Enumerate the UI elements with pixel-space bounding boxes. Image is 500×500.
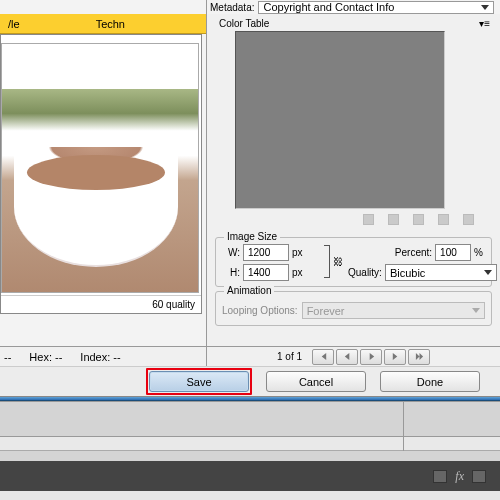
ct-icon-2[interactable] — [388, 214, 399, 225]
save-button[interactable]: Save — [149, 371, 249, 392]
horizontal-scrollbar[interactable] — [0, 437, 500, 450]
lock-icon[interactable] — [413, 214, 424, 225]
looping-label: Looping Options: — [222, 305, 298, 316]
looping-value: Forever — [307, 305, 345, 317]
tab-techn-text: Techn — [96, 18, 125, 30]
last-frame-button[interactable] — [384, 349, 406, 365]
looping-select: Forever — [302, 302, 485, 319]
ct-icon-4[interactable] — [438, 214, 449, 225]
status-dash: -- — [4, 351, 11, 363]
prev-frame-button[interactable] — [336, 349, 358, 365]
width-label: W: — [222, 247, 240, 258]
chevron-down-icon — [484, 270, 492, 275]
status-index: Index: -- — [80, 351, 120, 363]
done-button[interactable]: Done — [380, 371, 480, 392]
fx-icon[interactable]: fx — [455, 469, 464, 484]
height-input[interactable] — [243, 264, 289, 281]
percent-sign: % — [474, 247, 483, 258]
preview-frame: 60 quality — [0, 34, 202, 314]
quality-value: Bicubic — [390, 267, 425, 279]
metadata-select[interactable]: Copyright and Contact Info — [258, 1, 494, 14]
metadata-value: Copyright and Contact Info — [263, 1, 394, 13]
link-icon[interactable]: ⛓ — [333, 256, 343, 267]
animation-title: Animation — [224, 285, 274, 296]
percent-input[interactable] — [435, 244, 471, 261]
panel-area — [0, 401, 500, 461]
tab-style-text: /le — [8, 18, 20, 30]
strip-icon-2[interactable] — [472, 470, 486, 483]
preview-tab[interactable]: /le Techn — [0, 14, 206, 34]
color-table-label: Color Table — [213, 18, 269, 29]
chevron-down-icon — [472, 308, 480, 313]
ct-icon-1[interactable] — [363, 214, 374, 225]
image-size-title: Image Size — [224, 231, 280, 242]
frame-count: 1 of 1 — [277, 351, 302, 362]
panel-menu-icon[interactable]: ▾≡ — [479, 18, 490, 29]
color-table-box[interactable] — [235, 31, 445, 209]
height-unit: px — [292, 267, 303, 278]
width-unit: px — [292, 247, 303, 258]
height-label: H: — [222, 267, 240, 278]
trash-icon[interactable] — [463, 214, 474, 225]
next-frame-button[interactable] — [360, 349, 382, 365]
status-hex: Hex: -- — [29, 351, 62, 363]
quality-label: Quality: — [348, 267, 382, 278]
skip-frame-button[interactable] — [408, 349, 430, 365]
percent-label: Percent: — [395, 247, 432, 258]
metadata-label: Metadata: — [210, 2, 254, 13]
chevron-down-icon — [481, 5, 489, 10]
first-frame-button[interactable] — [312, 349, 334, 365]
cancel-button[interactable]: Cancel — [266, 371, 366, 392]
strip-icon-1[interactable] — [433, 470, 447, 483]
width-input[interactable] — [243, 244, 289, 261]
preview-quality-text: 60 quality — [1, 295, 201, 313]
quality-select[interactable]: Bicubic — [385, 264, 497, 281]
preview-image[interactable] — [1, 43, 199, 293]
